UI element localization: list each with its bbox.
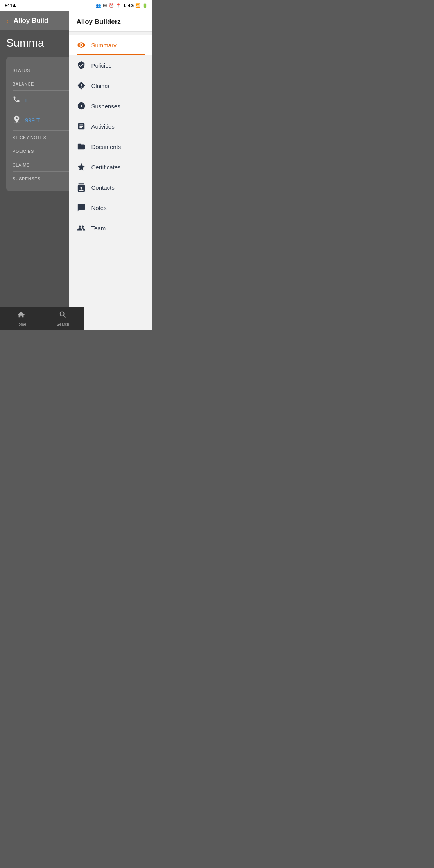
menu-item-certificates[interactable]: Certificates xyxy=(69,157,153,177)
alarm-icon: ⏰ xyxy=(109,3,114,8)
suspenses-icon xyxy=(77,101,86,111)
menu-item-contacts[interactable]: Contacts xyxy=(69,177,153,197)
activities-label: Activities xyxy=(91,123,115,130)
teams-icon: 👥 xyxy=(96,3,101,8)
certificates-label: Certificates xyxy=(91,164,121,170)
policies-icon xyxy=(77,61,86,70)
wifi-icon: 📶 xyxy=(135,3,141,8)
nav-search[interactable]: Search xyxy=(42,310,84,326)
certificates-icon xyxy=(77,162,86,172)
menu-header: Alloy Builderz xyxy=(69,11,153,32)
suspenses-label: SUSPENSES xyxy=(13,176,41,181)
phone-row: 1 xyxy=(13,91,72,110)
status-time: 9:14 xyxy=(5,2,16,9)
nav-home[interactable]: Home xyxy=(0,310,42,326)
status-label: STATUS xyxy=(13,68,30,73)
app-title: Alloy Build xyxy=(14,17,48,25)
policies-label: Policies xyxy=(91,62,112,69)
documents-label: Documents xyxy=(91,143,121,150)
bottom-nav: Home Search xyxy=(0,307,84,330)
suspenses-row: SUSPENSES xyxy=(13,172,72,185)
menu-item-policies[interactable]: Policies xyxy=(69,55,153,75)
summary-card: STATUS BALANCE 1 xyxy=(6,57,78,191)
claims-label: Claims xyxy=(91,82,109,89)
suspenses-label: Suspenses xyxy=(91,103,120,109)
documents-icon xyxy=(77,142,86,151)
notes-icon xyxy=(77,203,86,212)
gallery-icon: 🖼 xyxy=(103,3,107,8)
claims-row: CLAIMS xyxy=(13,158,72,172)
menu-item-team[interactable]: Team xyxy=(69,218,153,238)
menu-list: Summary Policies Claims xyxy=(69,32,153,330)
location-value: 999 T xyxy=(25,117,40,124)
home-icon xyxy=(17,310,25,321)
sticky-notes-label: STICKY NOTES xyxy=(13,135,46,140)
contacts-label: Contacts xyxy=(91,184,115,191)
menu-item-activities[interactable]: Activities xyxy=(69,116,153,136)
nav-menu-panel: Alloy Builderz Summary Policies xyxy=(69,11,153,330)
activities-icon xyxy=(77,122,86,131)
battery-icon: 🔋 xyxy=(142,3,148,8)
location-row: 999 T xyxy=(13,110,72,131)
summary-label: Summary xyxy=(91,42,117,48)
menu-item-documents[interactable]: Documents xyxy=(69,136,153,157)
menu-item-notes[interactable]: Notes xyxy=(69,197,153,218)
nav-search-label: Search xyxy=(57,322,69,326)
menu-title: Alloy Builderz xyxy=(77,18,121,25)
phone-icon xyxy=(13,95,20,105)
menu-item-summary[interactable]: Summary xyxy=(69,35,153,55)
location-icon: 📍 xyxy=(116,3,121,8)
menu-item-claims[interactable]: Claims xyxy=(69,75,153,96)
page-title: Summa xyxy=(6,37,78,49)
nav-home-label: Home xyxy=(16,322,26,326)
summary-icon xyxy=(77,40,86,50)
balance-label: BALANCE xyxy=(13,82,34,86)
download-icon: ⬇ xyxy=(123,3,126,8)
team-label: Team xyxy=(91,225,106,231)
policies-row: POLICIES xyxy=(13,144,72,158)
status-row: STATUS xyxy=(13,63,72,77)
search-icon xyxy=(59,310,67,321)
balance-row: BALANCE xyxy=(13,77,72,91)
claims-label: CLAIMS xyxy=(13,163,30,167)
contacts-icon xyxy=(77,183,86,192)
map-pin-icon xyxy=(13,115,21,126)
sticky-notes-row: STICKY NOTES xyxy=(13,131,72,144)
status-icons: 👥 🖼 ⏰ 📍 ⬇ 4G 📶 🔋 xyxy=(96,3,148,8)
policies-label: POLICIES xyxy=(13,149,34,154)
phone-value: 1 xyxy=(24,97,27,104)
status-bar: 9:14 👥 🖼 ⏰ 📍 ⬇ 4G 📶 🔋 xyxy=(0,0,152,11)
team-icon xyxy=(77,223,86,233)
claims-icon xyxy=(77,81,86,90)
notes-label: Notes xyxy=(91,204,107,211)
signal-icon: 4G xyxy=(128,3,134,8)
menu-item-suspenses[interactable]: Suspenses xyxy=(69,96,153,116)
back-button[interactable]: ‹ xyxy=(6,16,9,25)
